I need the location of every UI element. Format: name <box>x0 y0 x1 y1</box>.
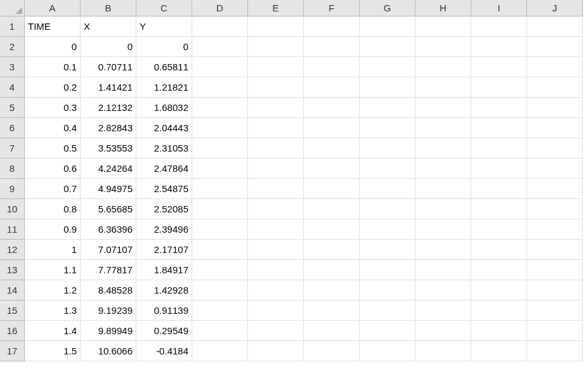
cell-C16[interactable]: 0.29549 <box>136 321 192 341</box>
cell-J15[interactable] <box>527 301 583 321</box>
cell-F9[interactable] <box>304 179 360 199</box>
cell-G10[interactable] <box>360 199 415 219</box>
select-all-corner[interactable] <box>0 0 25 16</box>
cell-C15[interactable]: 0.91139 <box>136 301 192 321</box>
cell-E5[interactable] <box>248 98 304 118</box>
column-header-F[interactable]: F <box>304 0 360 16</box>
cell-I15[interactable] <box>471 301 527 321</box>
cell-D2[interactable] <box>192 37 248 57</box>
cell-G11[interactable] <box>360 219 415 240</box>
cell-B6[interactable]: 2.82843 <box>81 118 136 138</box>
cell-C1[interactable]: Y <box>136 16 192 37</box>
cell-E6[interactable] <box>248 118 304 138</box>
cell-E10[interactable] <box>248 199 304 219</box>
cell-D10[interactable] <box>192 199 248 219</box>
cell-F7[interactable] <box>304 138 360 159</box>
cell-H12[interactable] <box>415 240 471 260</box>
cell-F12[interactable] <box>304 240 360 260</box>
row-header-4[interactable]: 4 <box>0 77 25 98</box>
cell-A10[interactable]: 0.8 <box>25 199 81 219</box>
cell-F16[interactable] <box>304 321 360 341</box>
cell-J3[interactable] <box>527 57 583 77</box>
cell-C2[interactable]: 0 <box>136 37 192 57</box>
cell-H3[interactable] <box>415 57 471 77</box>
cell-A16[interactable]: 1.4 <box>25 321 81 341</box>
cell-J1[interactable] <box>527 16 583 37</box>
cell-I10[interactable] <box>471 199 527 219</box>
column-header-G[interactable]: G <box>360 0 415 16</box>
cell-F11[interactable] <box>304 219 360 240</box>
cell-C6[interactable]: 2.04443 <box>136 118 192 138</box>
cell-A11[interactable]: 0.9 <box>25 219 81 240</box>
cell-C17[interactable]: -0.4184 <box>136 341 192 361</box>
cell-A8[interactable]: 0.6 <box>25 159 81 179</box>
cell-C12[interactable]: 2.17107 <box>136 240 192 260</box>
cell-D12[interactable] <box>192 240 248 260</box>
row-header-5[interactable]: 5 <box>0 98 25 118</box>
cell-B17[interactable]: 10.6066 <box>81 341 136 361</box>
cell-B7[interactable]: 3.53553 <box>81 138 136 159</box>
cell-I12[interactable] <box>471 240 527 260</box>
cell-G15[interactable] <box>360 301 415 321</box>
cell-C14[interactable]: 1.42928 <box>136 280 192 301</box>
cell-B16[interactable]: 9.89949 <box>81 321 136 341</box>
row-header-9[interactable]: 9 <box>0 179 25 199</box>
cell-B12[interactable]: 7.07107 <box>81 240 136 260</box>
cell-A1[interactable]: TIME <box>25 16 81 37</box>
cell-G16[interactable] <box>360 321 415 341</box>
row-header-10[interactable]: 10 <box>0 199 25 219</box>
cell-E14[interactable] <box>248 280 304 301</box>
cell-J11[interactable] <box>527 219 583 240</box>
cell-A7[interactable]: 0.5 <box>25 138 81 159</box>
cell-A6[interactable]: 0.4 <box>25 118 81 138</box>
cell-I9[interactable] <box>471 179 527 199</box>
row-header-1[interactable]: 1 <box>0 16 25 37</box>
cell-C8[interactable]: 2.47864 <box>136 159 192 179</box>
cell-B1[interactable]: X <box>81 16 136 37</box>
cell-F5[interactable] <box>304 98 360 118</box>
cell-D9[interactable] <box>192 179 248 199</box>
cell-D17[interactable] <box>192 341 248 361</box>
cell-G5[interactable] <box>360 98 415 118</box>
cell-H2[interactable] <box>415 37 471 57</box>
cell-D15[interactable] <box>192 301 248 321</box>
cell-I5[interactable] <box>471 98 527 118</box>
cell-B3[interactable]: 0.70711 <box>81 57 136 77</box>
cell-J7[interactable] <box>527 138 583 159</box>
cell-F13[interactable] <box>304 260 360 280</box>
row-header-11[interactable]: 11 <box>0 219 25 240</box>
cell-D4[interactable] <box>192 77 248 98</box>
row-header-17[interactable]: 17 <box>0 341 25 361</box>
cell-G6[interactable] <box>360 118 415 138</box>
cell-J5[interactable] <box>527 98 583 118</box>
cell-H1[interactable] <box>415 16 471 37</box>
cell-J14[interactable] <box>527 280 583 301</box>
cell-I3[interactable] <box>471 57 527 77</box>
cell-J9[interactable] <box>527 179 583 199</box>
cell-B10[interactable]: 5.65685 <box>81 199 136 219</box>
cell-H16[interactable] <box>415 321 471 341</box>
row-header-2[interactable]: 2 <box>0 37 25 57</box>
cell-I2[interactable] <box>471 37 527 57</box>
cell-H5[interactable] <box>415 98 471 118</box>
cell-F10[interactable] <box>304 199 360 219</box>
cell-H13[interactable] <box>415 260 471 280</box>
row-header-7[interactable]: 7 <box>0 138 25 159</box>
cell-A17[interactable]: 1.5 <box>25 341 81 361</box>
cell-G8[interactable] <box>360 159 415 179</box>
cell-D16[interactable] <box>192 321 248 341</box>
cell-D5[interactable] <box>192 98 248 118</box>
cell-J13[interactable] <box>527 260 583 280</box>
cell-J12[interactable] <box>527 240 583 260</box>
cell-B8[interactable]: 4.24264 <box>81 159 136 179</box>
cell-C9[interactable]: 2.54875 <box>136 179 192 199</box>
cell-H17[interactable] <box>415 341 471 361</box>
row-header-8[interactable]: 8 <box>0 159 25 179</box>
cell-J4[interactable] <box>527 77 583 98</box>
cell-G9[interactable] <box>360 179 415 199</box>
cell-I4[interactable] <box>471 77 527 98</box>
column-header-E[interactable]: E <box>248 0 304 16</box>
cell-F15[interactable] <box>304 301 360 321</box>
cell-C10[interactable]: 2.52085 <box>136 199 192 219</box>
cell-B13[interactable]: 7.77817 <box>81 260 136 280</box>
